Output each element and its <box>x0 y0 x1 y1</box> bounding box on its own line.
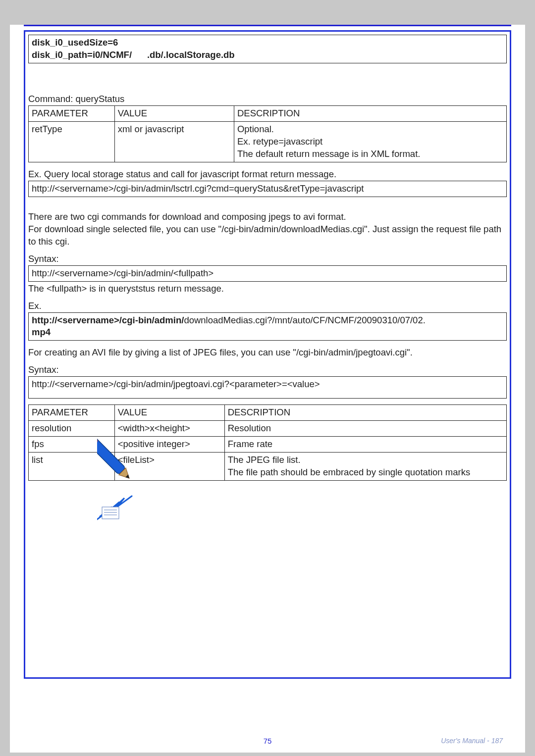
svg-rect-4 <box>102 507 119 519</box>
syntax-box-2: http://<servername>/cgi-bin/admin/jpegto… <box>28 376 507 399</box>
table-header: VALUE <box>114 105 234 121</box>
table-cell: Frame rate <box>224 437 506 453</box>
syntax-box-1: http://<servername>/cgi-bin/admin/<fullp… <box>28 265 507 282</box>
table-cell: resolution <box>29 421 115 437</box>
top-info-box: disk_i0_usedSize=6 disk_i0_path=i0/NCMF/… <box>28 35 507 63</box>
table-cell: retType <box>29 121 115 162</box>
table-header: PARAMETER <box>29 105 115 121</box>
example-box-2: http://<servername>/cgi-bin/admin/downlo… <box>28 312 507 341</box>
disk-path-line: disk_i0_path=i0/NCMF/ .db/.localStorage.… <box>32 49 503 61</box>
the-line: The <fullpath> is in queryststus return … <box>28 283 507 295</box>
example-label: Ex. <box>28 300 507 312</box>
content-frame: disk_i0_usedSize=6 disk_i0_path=i0/NCMF/… <box>24 30 511 679</box>
table-cell: fps <box>29 437 115 453</box>
table-cell: The JPEG file list. The file path should… <box>224 453 506 481</box>
paragraph: There are two cgi commands for download … <box>28 211 507 223</box>
example-url-box: http://<servername>/cgi-bin/admin/lsctrl… <box>28 181 507 197</box>
header-rule <box>24 25 511 26</box>
table-cell: <width>x<height> <box>114 421 224 437</box>
table-header: PARAMETER <box>29 405 115 421</box>
document-page: VIVOTEK URL Command Document for All Ser… <box>10 25 525 753</box>
table-header: DESCRIPTION <box>224 405 506 421</box>
command-label: Command: queryStatus <box>28 93 507 105</box>
querystatus-params-table: PARAMETER VALUE DESCRIPTION retType xml … <box>28 105 507 162</box>
disk-used-line: disk_i0_usedSize=6 <box>32 37 503 49</box>
table-cell: Optional. Ex. retype=javascript The defa… <box>234 121 506 162</box>
jpegtoavi-params-table: PARAMETER VALUE DESCRIPTION resolution <… <box>28 404 507 481</box>
paragraph: For creating an AVI file by giving a lis… <box>28 347 507 359</box>
syntax-label: Syntax: <box>28 364 507 376</box>
table-cell: <fileList> <box>114 453 224 481</box>
table-header: DESCRIPTION <box>234 105 506 121</box>
table-cell: xml or javascript <box>114 121 234 162</box>
table-cell: Resolution <box>224 421 506 437</box>
paragraph: For download single selected file, you c… <box>28 223 507 248</box>
syntax-label: Syntax: <box>28 253 507 265</box>
table-cell: <positive integer> <box>114 437 224 453</box>
example-text: Ex. Query local storage status and call … <box>28 168 507 181</box>
manual-page-label: User's Manual - 187 <box>441 737 503 745</box>
page-number: 75 <box>264 737 272 745</box>
table-header: VALUE <box>114 405 224 421</box>
table-cell: list <box>29 453 115 481</box>
